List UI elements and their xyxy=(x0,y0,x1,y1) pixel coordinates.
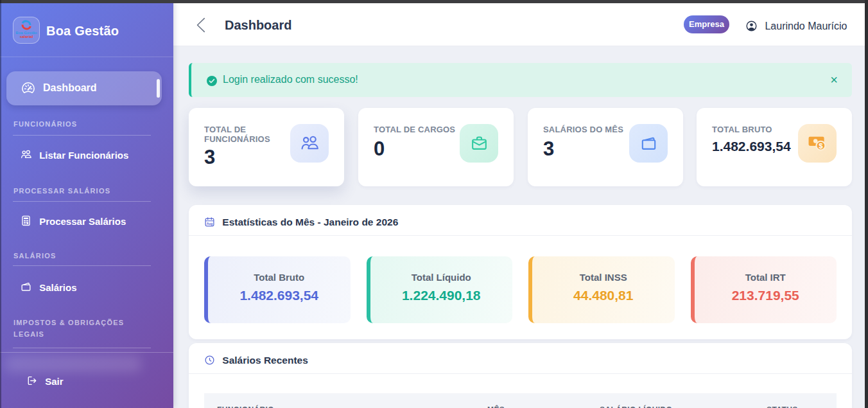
svg-text:$: $ xyxy=(819,142,823,150)
svg-text:Aug: Aug xyxy=(207,222,213,226)
svg-text:salarial: salarial xyxy=(20,35,33,39)
svg-text:Boa Gestão: Boa Gestão xyxy=(15,31,37,35)
